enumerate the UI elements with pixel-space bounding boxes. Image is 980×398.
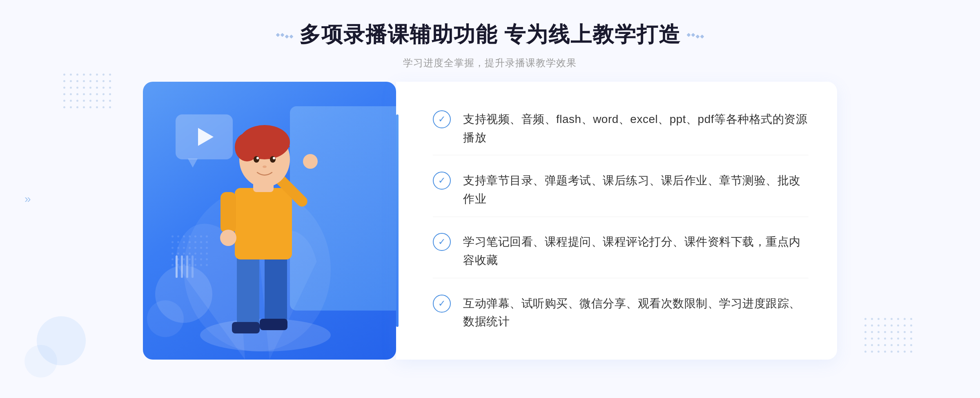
deco-dot-2 (280, 33, 284, 37)
illustration-card (143, 82, 396, 360)
feature-text-3: 学习笔记回看、课程提问、课程评论打分、课件资料下载，重点内容收藏 (463, 233, 808, 270)
feature-text-4: 互动弹幕、试听购买、微信分享、观看次数限制、学习进度跟踪、数据统计 (463, 295, 808, 331)
check-icon-1: ✓ (433, 110, 451, 128)
check-icon-3: ✓ (433, 233, 451, 251)
svg-point-10 (220, 230, 236, 246)
check-icon-2: ✓ (433, 172, 451, 190)
deco-dot-7 (696, 34, 700, 38)
svg-point-15 (254, 156, 259, 163)
left-arrows-deco: » (24, 192, 31, 206)
check-mark-3: ✓ (438, 237, 445, 246)
subtitle: 学习进度全掌握，提升录播课教学效果 (276, 56, 704, 69)
svg-point-17 (256, 157, 259, 159)
svg-rect-5 (260, 319, 287, 330)
svg-point-16 (270, 156, 276, 163)
check-mark-4: ✓ (438, 299, 445, 308)
feature-item-1: ✓ 支持视频、音频、flash、word、excel、ppt、pdf等各种格式的… (433, 102, 808, 156)
feature-text-2: 支持章节目录、弹题考试、课后练习、课后作业、章节测验、批改作业 (463, 172, 808, 208)
deco-dot-6 (691, 33, 695, 37)
svg-rect-3 (265, 253, 287, 323)
main-title: 多项录播课辅助功能 专为线上教学打造 (276, 20, 704, 49)
content-area: ✓ 支持视频、音频、flash、word、excel、ppt、pdf等各种格式的… (143, 82, 837, 360)
feature-item-2: ✓ 支持章节目录、弹题考试、课后练习、课后作业、章节测验、批改作业 (433, 163, 808, 217)
deco-dot-4 (289, 34, 293, 38)
deco-circle-page-left2 (24, 345, 57, 378)
deco-dot-8 (700, 34, 704, 38)
check-mark-2: ✓ (438, 176, 445, 185)
feature-item-3: ✓ 学习笔记回看、课程提问、课程评论打分、课件资料下载，重点内容收藏 (433, 225, 808, 278)
title-text: 多项录播课辅助功能 专为线上教学打造 (299, 20, 681, 49)
svg-rect-4 (232, 322, 260, 333)
svg-point-18 (273, 157, 275, 159)
deco-dot-5 (687, 33, 691, 37)
header-section: 多项录播课辅助功能 专为线上教学打造 学习进度全掌握，提升录播课教学效果 (276, 20, 704, 69)
person-illustration (167, 106, 363, 360)
chevron-icon: » (24, 192, 31, 206)
deco-dot-3 (285, 34, 289, 38)
check-mark-1: ✓ (438, 115, 445, 124)
svg-rect-2 (237, 253, 259, 327)
feature-text-1: 支持视频、音频、flash、word、excel、ppt、pdf等各种格式的资源… (463, 110, 808, 147)
features-panel-wrapper: ✓ 支持视频、音频、flash、word、excel、ppt、pdf等各种格式的… (396, 82, 837, 360)
vertical-accent (396, 114, 399, 327)
svg-rect-9 (220, 192, 236, 233)
bg-dot-pattern-tl: // dots rendered below via JS (71, 67, 137, 110)
svg-rect-6 (235, 188, 292, 259)
deco-circle-bottom-sm (147, 300, 184, 337)
page-container: » 多项录播课辅助功能 专为线上教学打造 学习进度全掌握，提升录播课教学效果 (0, 0, 980, 398)
features-panel: ✓ 支持视频、音频、flash、word、excel、ppt、pdf等各种格式的… (396, 82, 837, 360)
svg-point-8 (303, 154, 318, 169)
feature-item-4: ✓ 互动弹幕、试听购买、微信分享、观看次数限制、学习进度跟踪、数据统计 (433, 286, 808, 340)
title-deco-left (276, 32, 293, 38)
check-icon-4: ✓ (433, 295, 451, 313)
svg-point-19 (263, 165, 267, 168)
deco-dot-1 (276, 33, 280, 37)
bg-dots-right (864, 318, 917, 357)
title-deco-right (687, 32, 704, 38)
